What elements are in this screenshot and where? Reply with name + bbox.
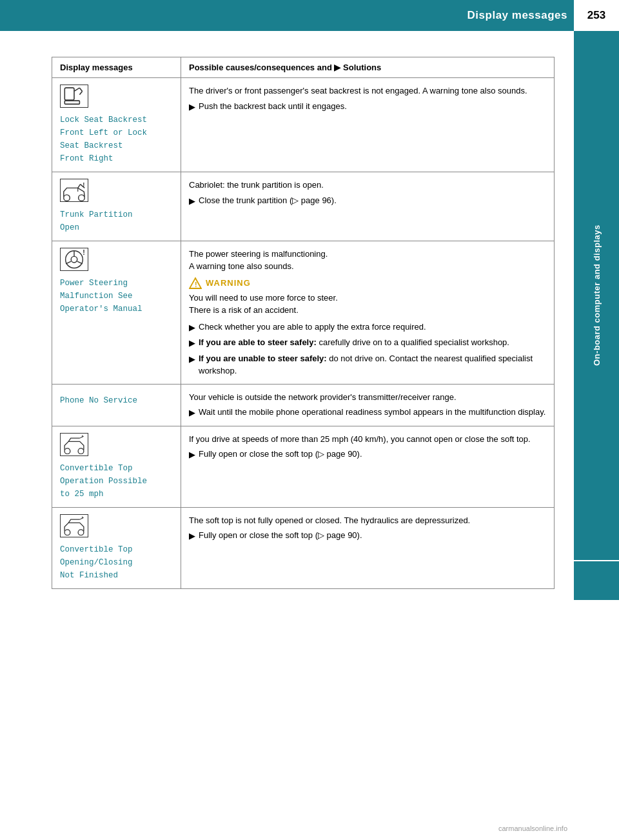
- msg-cell-conv-fin: Convertible TopOpening/ClosingNot Finish…: [52, 507, 181, 588]
- car-conv-fin-icon: [60, 514, 88, 537]
- bullet-arrow: ▶: [189, 448, 195, 461]
- bullet-arrow: ▶: [189, 195, 195, 208]
- causes-cell-trunk: Cabriolet: the trunk partition is open. …: [181, 172, 555, 241]
- col-header-messages: Display messages: [52, 57, 181, 78]
- msg-label-conv-fin: Convertible TopOpening/ClosingNot Finish…: [60, 543, 173, 582]
- warning-block: ! WARNING: [189, 277, 546, 290]
- sidebar-block: [574, 561, 619, 600]
- msg-label-trunk: Trunk PartitionOpen: [60, 208, 173, 234]
- svg-rect-1: [64, 101, 79, 104]
- bullet-arrow: ▶: [189, 337, 195, 350]
- msg-label-steering: Power SteeringMalfunction SeeOperator's …: [60, 277, 173, 315]
- bullet-text: If you are able to steer safely: careful…: [199, 336, 509, 349]
- bullet-item: ▶ Wait until the mobile phone operationa…: [189, 406, 546, 419]
- svg-point-20: [78, 448, 84, 454]
- bullet-arrow: ▶: [189, 321, 195, 334]
- steering-icon: !: [60, 248, 88, 271]
- msg-cell-conv-op: Convertible TopOperation Possibleto 25 m…: [52, 426, 181, 507]
- col-header-causes: Possible causes/consequences and ▶ Solut…: [181, 57, 555, 78]
- sidebar-label: On-board computer and displays: [574, 31, 619, 560]
- table-row: Convertible TopOpening/ClosingNot Finish…: [52, 507, 555, 588]
- car-conv-op-icon: [60, 433, 88, 456]
- svg-text:!: !: [83, 181, 84, 188]
- bullet-text: Wait until the mobile phone operational …: [199, 406, 545, 419]
- table-row: ! Trunk PartitionOpen Cabriolet: the tru…: [52, 172, 555, 241]
- svg-line-15: [77, 261, 83, 264]
- causes-cell-conv-op: If you drive at speeds of more than 25 m…: [181, 426, 555, 507]
- bold-prefix: If you are able to steer safely:: [199, 337, 317, 347]
- msg-label-conv-op: Convertible TopOperation Possibleto 25 m…: [60, 462, 173, 501]
- bold-prefix: If you are unable to steer safely:: [199, 354, 327, 363]
- causes-cell-conv-fin: The soft top is not fully opened or clos…: [181, 507, 555, 588]
- page-number: 253: [587, 9, 605, 22]
- causes-text: If you drive at speeds of more than 25 m…: [189, 434, 531, 444]
- svg-line-7: [78, 184, 81, 188]
- svg-text:!: !: [83, 248, 85, 255]
- bullet-arrow: ▶: [189, 406, 195, 419]
- msg-label-phone: Phone No Service: [60, 394, 173, 407]
- bullet-item: ▶ Close the trunk partition (▷ page 96).: [189, 194, 546, 208]
- warning-triangle-icon: !: [189, 277, 202, 290]
- bullet-text: Fully open or close the soft top (▷ page…: [199, 529, 362, 542]
- causes-cell-steering: The power steering is malfunctioning.A w…: [181, 241, 555, 384]
- svg-line-4: [79, 92, 82, 95]
- bullet-item: ▶ Check whether you are able to apply th…: [189, 321, 546, 334]
- svg-point-6: [79, 195, 85, 201]
- causes-text: Your vehicle is outside the network prov…: [189, 392, 457, 402]
- svg-line-3: [79, 88, 82, 91]
- msg-cell-phone: Phone No Service: [52, 384, 181, 426]
- svg-text:!: !: [195, 281, 197, 288]
- causes-text: The power steering is malfunctioning.A w…: [189, 248, 546, 273]
- svg-point-12: [71, 256, 77, 263]
- seat-icon: [60, 85, 88, 108]
- table-row: ! Power SteeringMalfunction SeeOperator'…: [52, 241, 555, 384]
- table-row: Phone No Service Your vehicle is outside…: [52, 384, 555, 426]
- bullet-item: ▶ Fully open or close the soft top (▷ pa…: [189, 529, 546, 543]
- causes-text: Cabriolet: the trunk partition is open.: [189, 180, 324, 190]
- bullet-arrow: ▶: [189, 353, 195, 366]
- svg-point-5: [64, 195, 70, 201]
- svg-line-2: [74, 88, 79, 91]
- causes-cell-lock-seat: The driver's or front passenger's seat b…: [181, 78, 555, 172]
- msg-cell-steering: ! Power SteeringMalfunction SeeOperator'…: [52, 241, 181, 384]
- bullet-item: ▶ If you are able to steer safely: caref…: [189, 336, 546, 350]
- warning-label: WARNING: [206, 277, 251, 290]
- bullet-text: Close the trunk partition (▷ page 96).: [199, 194, 337, 207]
- causes-cell-phone: Your vehicle is outside the network prov…: [181, 384, 555, 426]
- trunk-icon: !: [60, 179, 88, 202]
- main-content: Display messages Possible causes/consequ…: [0, 31, 574, 608]
- svg-point-21: [64, 530, 70, 535]
- msg-label-lock-seat: Lock Seat BackrestFront Left or LockSeat…: [60, 114, 173, 165]
- watermark: carmanualsonline.info: [498, 825, 567, 832]
- table-row: Lock Seat BackrestFront Left or LockSeat…: [52, 78, 555, 172]
- msg-cell-trunk: ! Trunk PartitionOpen: [52, 172, 181, 241]
- warning-content: You will need to use more force to steer…: [189, 292, 546, 317]
- svg-line-14: [66, 261, 71, 264]
- page-number-box: 253: [574, 0, 619, 31]
- bullet-arrow: ▶: [189, 101, 195, 114]
- svg-rect-0: [64, 88, 74, 100]
- svg-point-22: [78, 530, 84, 535]
- causes-text: The soft top is not fully opened or clos…: [189, 515, 470, 525]
- bullet-text: Check whether you are able to apply the …: [199, 321, 426, 334]
- msg-cell-lock-seat: Lock Seat BackrestFront Left or LockSeat…: [52, 78, 181, 172]
- display-table: Display messages Possible causes/consequ…: [52, 57, 555, 589]
- header-bar: Display messages 253: [0, 0, 619, 31]
- bullet-text: Fully open or close the soft top (▷ page…: [199, 448, 362, 461]
- bullet-item: ▶ If you are unable to steer safely: do …: [189, 352, 546, 377]
- causes-text: The driver's or front passenger's seat b…: [189, 86, 527, 95]
- bullet-item: ▶ Fully open or close the soft top (▷ pa…: [189, 448, 546, 461]
- svg-point-19: [64, 448, 70, 454]
- bullet-text: If you are unable to steer safely: do no…: [199, 352, 546, 377]
- bullet-arrow: ▶: [189, 530, 195, 543]
- table-row: Convertible TopOperation Possibleto 25 m…: [52, 426, 555, 507]
- bullet-text: Push the backrest back until it engages.: [199, 100, 347, 113]
- bullet-item: ▶ Push the backrest back until it engage…: [189, 100, 546, 114]
- header-title: Display messages: [467, 9, 567, 22]
